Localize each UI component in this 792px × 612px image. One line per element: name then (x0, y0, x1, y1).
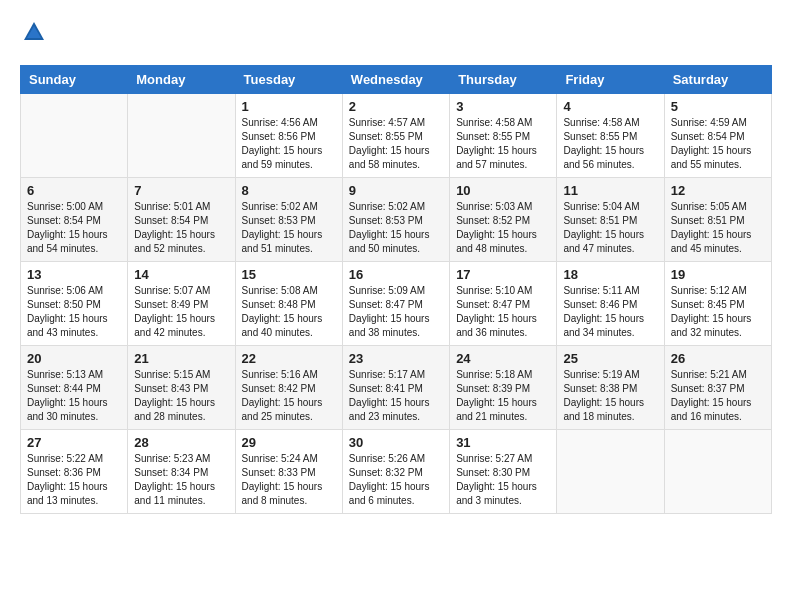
day-info: Sunrise: 5:24 AM Sunset: 8:33 PM Dayligh… (242, 452, 336, 508)
calendar-cell: 27Sunrise: 5:22 AM Sunset: 8:36 PM Dayli… (21, 430, 128, 514)
calendar-day-header: Tuesday (235, 66, 342, 94)
calendar-cell: 28Sunrise: 5:23 AM Sunset: 8:34 PM Dayli… (128, 430, 235, 514)
day-number: 31 (456, 435, 550, 450)
calendar-day-header: Friday (557, 66, 664, 94)
day-number: 14 (134, 267, 228, 282)
day-info: Sunrise: 5:01 AM Sunset: 8:54 PM Dayligh… (134, 200, 228, 256)
calendar-cell: 4Sunrise: 4:58 AM Sunset: 8:55 PM Daylig… (557, 94, 664, 178)
day-info: Sunrise: 5:05 AM Sunset: 8:51 PM Dayligh… (671, 200, 765, 256)
calendar-cell (128, 94, 235, 178)
day-number: 4 (563, 99, 657, 114)
calendar-week-row: 20Sunrise: 5:13 AM Sunset: 8:44 PM Dayli… (21, 346, 772, 430)
calendar-cell: 24Sunrise: 5:18 AM Sunset: 8:39 PM Dayli… (450, 346, 557, 430)
day-info: Sunrise: 5:22 AM Sunset: 8:36 PM Dayligh… (27, 452, 121, 508)
day-info: Sunrise: 5:02 AM Sunset: 8:53 PM Dayligh… (349, 200, 443, 256)
calendar-week-row: 1Sunrise: 4:56 AM Sunset: 8:56 PM Daylig… (21, 94, 772, 178)
day-number: 18 (563, 267, 657, 282)
day-info: Sunrise: 5:21 AM Sunset: 8:37 PM Dayligh… (671, 368, 765, 424)
day-info: Sunrise: 5:23 AM Sunset: 8:34 PM Dayligh… (134, 452, 228, 508)
day-number: 16 (349, 267, 443, 282)
calendar-day-header: Thursday (450, 66, 557, 94)
calendar-cell: 13Sunrise: 5:06 AM Sunset: 8:50 PM Dayli… (21, 262, 128, 346)
calendar-cell: 25Sunrise: 5:19 AM Sunset: 8:38 PM Dayli… (557, 346, 664, 430)
day-info: Sunrise: 4:58 AM Sunset: 8:55 PM Dayligh… (456, 116, 550, 172)
page-header (20, 20, 772, 49)
day-number: 27 (27, 435, 121, 450)
day-info: Sunrise: 4:57 AM Sunset: 8:55 PM Dayligh… (349, 116, 443, 172)
calendar-cell: 31Sunrise: 5:27 AM Sunset: 8:30 PM Dayli… (450, 430, 557, 514)
calendar-day-header: Wednesday (342, 66, 449, 94)
day-number: 15 (242, 267, 336, 282)
day-info: Sunrise: 4:59 AM Sunset: 8:54 PM Dayligh… (671, 116, 765, 172)
day-number: 6 (27, 183, 121, 198)
calendar-cell: 16Sunrise: 5:09 AM Sunset: 8:47 PM Dayli… (342, 262, 449, 346)
day-number: 28 (134, 435, 228, 450)
calendar-header-row: SundayMondayTuesdayWednesdayThursdayFrid… (21, 66, 772, 94)
day-number: 8 (242, 183, 336, 198)
calendar-cell: 9Sunrise: 5:02 AM Sunset: 8:53 PM Daylig… (342, 178, 449, 262)
day-info: Sunrise: 5:10 AM Sunset: 8:47 PM Dayligh… (456, 284, 550, 340)
day-info: Sunrise: 5:03 AM Sunset: 8:52 PM Dayligh… (456, 200, 550, 256)
calendar-cell: 10Sunrise: 5:03 AM Sunset: 8:52 PM Dayli… (450, 178, 557, 262)
calendar-cell: 20Sunrise: 5:13 AM Sunset: 8:44 PM Dayli… (21, 346, 128, 430)
calendar-day-header: Saturday (664, 66, 771, 94)
calendar-day-header: Monday (128, 66, 235, 94)
calendar-cell (664, 430, 771, 514)
day-number: 29 (242, 435, 336, 450)
day-info: Sunrise: 5:19 AM Sunset: 8:38 PM Dayligh… (563, 368, 657, 424)
calendar-cell: 5Sunrise: 4:59 AM Sunset: 8:54 PM Daylig… (664, 94, 771, 178)
calendar-cell: 15Sunrise: 5:08 AM Sunset: 8:48 PM Dayli… (235, 262, 342, 346)
calendar-cell (21, 94, 128, 178)
day-number: 12 (671, 183, 765, 198)
day-number: 19 (671, 267, 765, 282)
day-info: Sunrise: 5:07 AM Sunset: 8:49 PM Dayligh… (134, 284, 228, 340)
calendar-cell: 22Sunrise: 5:16 AM Sunset: 8:42 PM Dayli… (235, 346, 342, 430)
day-number: 21 (134, 351, 228, 366)
day-info: Sunrise: 5:18 AM Sunset: 8:39 PM Dayligh… (456, 368, 550, 424)
day-number: 30 (349, 435, 443, 450)
calendar-week-row: 6Sunrise: 5:00 AM Sunset: 8:54 PM Daylig… (21, 178, 772, 262)
day-info: Sunrise: 5:15 AM Sunset: 8:43 PM Dayligh… (134, 368, 228, 424)
calendar-cell: 19Sunrise: 5:12 AM Sunset: 8:45 PM Dayli… (664, 262, 771, 346)
calendar-week-row: 27Sunrise: 5:22 AM Sunset: 8:36 PM Dayli… (21, 430, 772, 514)
day-info: Sunrise: 5:27 AM Sunset: 8:30 PM Dayligh… (456, 452, 550, 508)
day-info: Sunrise: 5:06 AM Sunset: 8:50 PM Dayligh… (27, 284, 121, 340)
day-number: 2 (349, 99, 443, 114)
day-number: 7 (134, 183, 228, 198)
calendar-cell: 12Sunrise: 5:05 AM Sunset: 8:51 PM Dayli… (664, 178, 771, 262)
calendar-cell: 2Sunrise: 4:57 AM Sunset: 8:55 PM Daylig… (342, 94, 449, 178)
day-info: Sunrise: 5:00 AM Sunset: 8:54 PM Dayligh… (27, 200, 121, 256)
day-number: 1 (242, 99, 336, 114)
calendar-cell: 29Sunrise: 5:24 AM Sunset: 8:33 PM Dayli… (235, 430, 342, 514)
calendar-cell: 30Sunrise: 5:26 AM Sunset: 8:32 PM Dayli… (342, 430, 449, 514)
calendar-day-header: Sunday (21, 66, 128, 94)
calendar-cell: 7Sunrise: 5:01 AM Sunset: 8:54 PM Daylig… (128, 178, 235, 262)
day-info: Sunrise: 5:11 AM Sunset: 8:46 PM Dayligh… (563, 284, 657, 340)
day-info: Sunrise: 5:17 AM Sunset: 8:41 PM Dayligh… (349, 368, 443, 424)
logo-icon (22, 20, 46, 44)
calendar-cell: 23Sunrise: 5:17 AM Sunset: 8:41 PM Dayli… (342, 346, 449, 430)
day-number: 26 (671, 351, 765, 366)
day-number: 13 (27, 267, 121, 282)
calendar-cell: 6Sunrise: 5:00 AM Sunset: 8:54 PM Daylig… (21, 178, 128, 262)
day-number: 25 (563, 351, 657, 366)
day-info: Sunrise: 4:58 AM Sunset: 8:55 PM Dayligh… (563, 116, 657, 172)
day-number: 22 (242, 351, 336, 366)
day-number: 20 (27, 351, 121, 366)
day-number: 23 (349, 351, 443, 366)
day-number: 17 (456, 267, 550, 282)
day-info: Sunrise: 5:02 AM Sunset: 8:53 PM Dayligh… (242, 200, 336, 256)
calendar-cell: 14Sunrise: 5:07 AM Sunset: 8:49 PM Dayli… (128, 262, 235, 346)
day-info: Sunrise: 5:16 AM Sunset: 8:42 PM Dayligh… (242, 368, 336, 424)
day-info: Sunrise: 5:12 AM Sunset: 8:45 PM Dayligh… (671, 284, 765, 340)
calendar-cell: 17Sunrise: 5:10 AM Sunset: 8:47 PM Dayli… (450, 262, 557, 346)
day-info: Sunrise: 5:04 AM Sunset: 8:51 PM Dayligh… (563, 200, 657, 256)
day-info: Sunrise: 4:56 AM Sunset: 8:56 PM Dayligh… (242, 116, 336, 172)
day-number: 24 (456, 351, 550, 366)
calendar-cell (557, 430, 664, 514)
day-number: 9 (349, 183, 443, 198)
calendar-table: SundayMondayTuesdayWednesdayThursdayFrid… (20, 65, 772, 514)
calendar-week-row: 13Sunrise: 5:06 AM Sunset: 8:50 PM Dayli… (21, 262, 772, 346)
calendar-cell: 26Sunrise: 5:21 AM Sunset: 8:37 PM Dayli… (664, 346, 771, 430)
calendar-cell: 21Sunrise: 5:15 AM Sunset: 8:43 PM Dayli… (128, 346, 235, 430)
